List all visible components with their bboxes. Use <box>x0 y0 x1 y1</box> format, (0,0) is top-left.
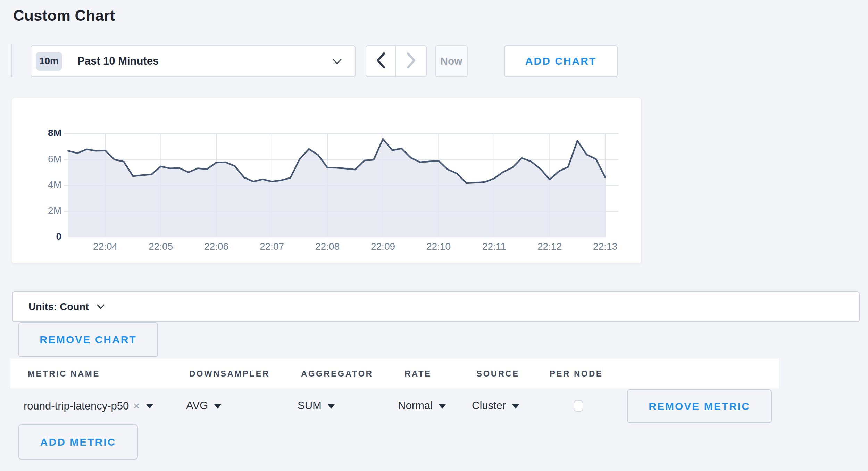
column-per-node: PER NODE <box>550 369 603 379</box>
per-node-checkbox[interactable] <box>574 400 583 412</box>
accent-bar <box>11 44 12 77</box>
clear-metric-icon[interactable]: × <box>133 399 140 413</box>
metrics-table-header: METRIC NAME DOWNSAMPLER AGGREGATOR RATE … <box>10 359 779 388</box>
units-dropdown[interactable]: Units: Count <box>12 291 860 322</box>
column-metric-name: METRIC NAME <box>28 369 100 379</box>
rate-select[interactable]: Normal <box>398 399 446 412</box>
add-metric-button[interactable]: ADD METRIC <box>18 424 138 460</box>
downsampler-select[interactable]: AVG <box>186 399 221 412</box>
x-tick-label: 22:04 <box>77 241 133 252</box>
chevron-down-icon <box>97 304 105 311</box>
remove-chart-button[interactable]: REMOVE CHART <box>18 322 158 357</box>
x-tick-label: 22:05 <box>133 241 189 252</box>
column-aggregator: AGGREGATOR <box>301 369 373 379</box>
page-title: Custom Chart <box>13 7 115 24</box>
caret-down-icon <box>146 404 153 409</box>
y-tick-label: 0 <box>23 231 61 242</box>
aggregator-select[interactable]: SUM <box>298 399 335 412</box>
time-range-badge: 10m <box>36 52 62 71</box>
chart-card: 02M4M6M8M 22:0422:0522:0622:0722:0822:09… <box>11 98 642 264</box>
y-tick-label: 2M <box>23 205 61 216</box>
caret-down-icon <box>328 404 335 409</box>
y-tick-label: 8M <box>23 127 61 139</box>
downsampler-value: AVG <box>186 399 208 412</box>
column-downsampler: DOWNSAMPLER <box>189 369 270 379</box>
x-tick-label: 22:06 <box>189 241 244 252</box>
remove-metric-button[interactable]: REMOVE METRIC <box>627 389 772 423</box>
time-range-label: Past 10 Minutes <box>77 55 159 67</box>
time-range-dropdown[interactable]: 10m Past 10 Minutes <box>31 45 356 77</box>
x-tick-label: 22:09 <box>355 241 411 252</box>
y-tick-label: 6M <box>23 154 61 165</box>
caret-down-icon <box>439 404 446 409</box>
chevron-down-icon <box>332 58 342 67</box>
x-tick-label: 22:10 <box>411 241 466 252</box>
x-tick-label: 22:11 <box>466 241 522 252</box>
next-time-button[interactable] <box>396 46 426 76</box>
chevron-right-icon <box>405 52 417 70</box>
metric-name-value: round-trip-latency-p50 <box>24 399 129 412</box>
add-chart-button[interactable]: ADD CHART <box>504 45 618 77</box>
x-tick-label: 22:13 <box>577 241 633 252</box>
x-tick-label: 22:12 <box>522 241 577 252</box>
x-tick-label: 22:08 <box>300 241 355 252</box>
area-fill <box>68 139 605 237</box>
column-rate: RATE <box>404 369 432 379</box>
aggregator-value: SUM <box>298 399 322 412</box>
caret-down-icon <box>214 404 221 409</box>
chevron-left-icon <box>375 52 387 70</box>
column-source: SOURCE <box>476 369 519 379</box>
units-label: Units: Count <box>28 301 89 313</box>
time-nav-group <box>366 45 427 77</box>
metric-name-select[interactable]: round-trip-latency-p50 × <box>24 399 153 413</box>
x-tick-label: 22:07 <box>244 241 300 252</box>
y-tick-label: 4M <box>23 179 61 190</box>
caret-down-icon <box>512 404 519 409</box>
source-value: Cluster <box>472 399 506 412</box>
prev-time-button[interactable] <box>366 46 396 76</box>
timeseries-area-chart[interactable] <box>12 98 642 264</box>
source-select[interactable]: Cluster <box>472 399 519 412</box>
now-button[interactable]: Now <box>435 45 468 77</box>
rate-value: Normal <box>398 399 433 412</box>
